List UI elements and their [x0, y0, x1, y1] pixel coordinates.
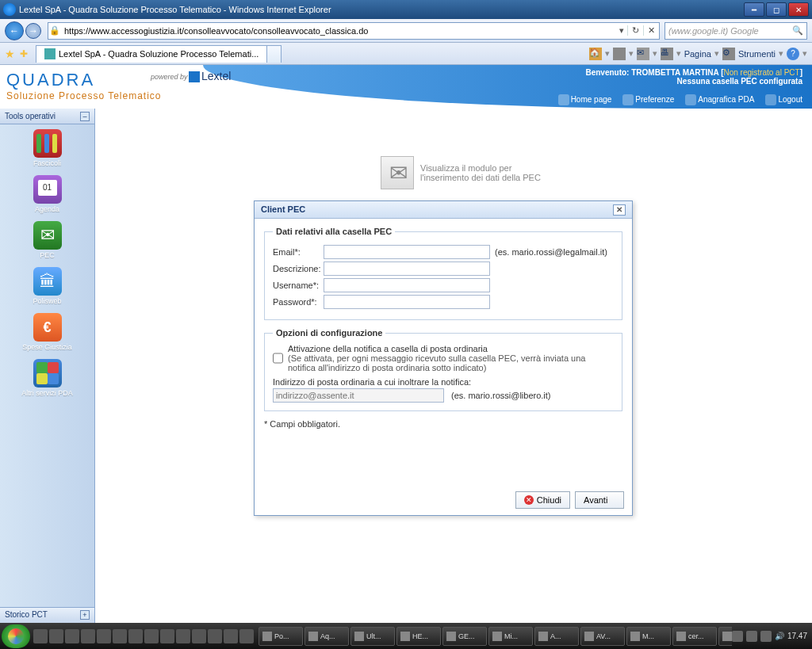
fieldset-dati-pec: Dati relativi alla casella PEC Email*: (… [264, 227, 622, 320]
collapse-icon[interactable]: – [80, 112, 90, 121]
quick-launch [33, 629, 254, 643]
chiudi-button[interactable]: ✕Chiudi [515, 491, 570, 509]
ql-icon[interactable] [239, 629, 254, 643]
add-favorite-icon[interactable]: ✚ [20, 48, 28, 59]
fascicoli-icon [33, 129, 62, 158]
nav-preferenze[interactable]: Preferenze [622, 94, 674, 105]
task-item[interactable]: AV... [580, 627, 625, 646]
feeds-icon[interactable] [613, 48, 626, 60]
ql-icon[interactable] [224, 629, 238, 643]
notifica-text: Attivazione della notifica a casella di … [288, 344, 614, 372]
dialog-close-button[interactable]: ✕ [613, 204, 626, 216]
mail-icon[interactable]: ✉ [637, 48, 649, 60]
task-item[interactable]: A... [534, 627, 579, 646]
system-tray: 🔊 17.47 [732, 631, 810, 642]
ql-icon[interactable] [33, 629, 48, 643]
task-item[interactable]: Ult... [350, 627, 395, 646]
ql-icon[interactable] [113, 629, 127, 643]
maximize-button[interactable]: ◻ [766, 2, 787, 17]
pagina-menu[interactable]: Pagina [684, 49, 711, 59]
sidebar-item-spese[interactable]: Spese Giustizia [0, 313, 94, 351]
username-input[interactable] [324, 278, 490, 292]
fieldset-opzioni: Opzioni di configurazione Attivazione de… [264, 328, 622, 411]
close-button[interactable]: ✕ [788, 2, 809, 17]
nav-home[interactable]: Home page [558, 94, 612, 105]
password-input[interactable] [324, 295, 490, 309]
help-icon[interactable]: ? [787, 48, 799, 60]
address-bar[interactable]: 🔒 https://www.accessogiustizia.it/consol… [48, 22, 660, 40]
favorites-icon[interactable]: ★ [5, 48, 15, 60]
avanti-button[interactable]: Avanti [575, 491, 624, 509]
main-content: Visualizza il modulo per l'inserimento d… [95, 109, 812, 623]
descrizione-label: Descrizione: [273, 264, 324, 273]
home-icon[interactable]: 🏠 [589, 48, 602, 60]
envelope-icon [381, 156, 414, 189]
clock[interactable]: 17.47 [787, 632, 807, 640]
email-label: Email*: [273, 247, 324, 257]
strumenti-menu[interactable]: Strumenti [738, 49, 776, 59]
print-icon[interactable]: 🖶 [661, 48, 673, 60]
minimize-button[interactable]: ━ [744, 2, 764, 17]
active-tab[interactable]: Lextel SpA - Quadra Soluzione Processo T… [36, 45, 267, 63]
dropdown-icon[interactable]: ▾ [616, 25, 627, 36]
polisweb-icon [33, 267, 62, 296]
notifica-checkbox[interactable] [273, 344, 283, 372]
sidebar-item-altri[interactable]: Altri servizi PDA [0, 359, 94, 397]
nav-anagrafica[interactable]: Anagrafica PDA [685, 94, 754, 105]
ql-icon[interactable] [144, 629, 159, 643]
ie-tools: 🏠 ▾ ▾ ✉ ▾ 🖶 ▾ Pagina ▾ ⚙ Strumenti ▾ ? ▾ [589, 48, 807, 60]
required-note: * Campi obbligatori. [264, 419, 622, 429]
new-tab-button[interactable] [267, 45, 282, 63]
dialog-title: Client PEC [261, 204, 305, 215]
lextel-icon [189, 71, 200, 82]
tray-icon[interactable] [760, 631, 772, 642]
sidebar-footer[interactable]: Storico PCT + [0, 607, 94, 623]
volume-icon[interactable]: 🔊 [775, 632, 784, 640]
sidebar-item-pec[interactable]: PEC [0, 221, 94, 259]
ql-icon[interactable] [49, 629, 63, 643]
search-icon[interactable]: 🔍 [792, 25, 803, 36]
task-item[interactable]: Po... [259, 627, 303, 646]
home-icon [558, 94, 569, 105]
back-button[interactable]: ← [5, 21, 24, 40]
header-nav: Home page Preferenze Anagrafica PDA Logo… [558, 94, 802, 105]
tab-title: Lextel SpA - Quadra Soluzione Processo T… [59, 49, 259, 59]
task-item[interactable]: Lex... [718, 627, 732, 646]
task-item[interactable]: Mi... [488, 627, 533, 646]
ql-icon[interactable] [192, 629, 206, 643]
username-label: Username*: [273, 281, 324, 290]
forward-button[interactable]: → [25, 23, 41, 39]
brand: QUADRA Soluzione Processo Telematico [6, 70, 162, 101]
spese-icon [33, 313, 62, 342]
task-item[interactable]: M... [626, 627, 671, 646]
task-item[interactable]: HE... [396, 627, 441, 646]
sidebar-item-polisweb[interactable]: Polisweb [0, 267, 94, 305]
power-icon [765, 94, 776, 105]
email-hint: (es. mario.rossi@legalmail.it) [495, 247, 607, 257]
tray-icon[interactable] [732, 631, 743, 642]
stop-button[interactable]: ✕ [643, 25, 659, 36]
expand-icon[interactable]: + [80, 610, 90, 620]
descrizione-input[interactable] [324, 262, 490, 276]
ql-icon[interactable] [97, 629, 111, 643]
task-item[interactable]: cer... [672, 627, 717, 646]
dialog-buttons: ✕Chiudi Avanti [515, 491, 624, 509]
tray-icon[interactable] [746, 631, 757, 642]
sidebar-item-fascicoli[interactable]: Fascicoli [0, 129, 94, 167]
search-box[interactable]: (www.google.it) Google 🔍 [665, 22, 807, 40]
ql-icon[interactable] [176, 629, 190, 643]
task-item[interactable]: Aq... [304, 627, 349, 646]
refresh-button[interactable]: ↻ [627, 25, 643, 36]
ql-icon[interactable] [81, 629, 95, 643]
ql-icon[interactable] [128, 629, 143, 643]
email-input[interactable] [324, 245, 490, 259]
ql-icon[interactable] [208, 629, 222, 643]
url-text: https://www.accessogiustizia.it/consolle… [61, 26, 616, 36]
nav-logout[interactable]: Logout [765, 94, 802, 105]
task-item[interactable]: GE... [442, 627, 487, 646]
ql-icon[interactable] [65, 629, 79, 643]
sidebar-item-agenda[interactable]: Agenda [0, 175, 94, 213]
start-button[interactable] [2, 624, 30, 648]
brand-name: QUADRA [6, 70, 162, 90]
ql-icon[interactable] [160, 629, 174, 643]
